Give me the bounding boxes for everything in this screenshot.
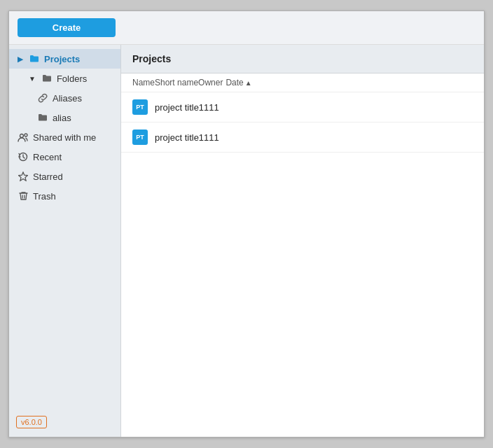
svg-marker-3 bbox=[19, 172, 28, 181]
link-icon bbox=[37, 92, 48, 104]
sidebar-item-trash[interactable]: Trash bbox=[9, 186, 120, 206]
project-icon: PT bbox=[132, 99, 148, 115]
sidebar-item-alias[interactable]: alias bbox=[9, 108, 120, 127]
sidebar-item-folders[interactable]: ▼ Folders bbox=[9, 69, 120, 88]
sidebar-item-label: Folders bbox=[57, 74, 87, 84]
sidebar-item-recent[interactable]: Recent bbox=[9, 147, 120, 167]
table-row[interactable]: PT project title1111 bbox=[121, 122, 484, 153]
sidebar-item-label: Recent bbox=[33, 152, 62, 162]
content-area: Projects Name Short name Owner Date ▲ PT… bbox=[121, 45, 484, 437]
project-title: project title1111 bbox=[155, 132, 219, 143]
recent-icon bbox=[18, 151, 29, 162]
main-layout: ▶ Projects ▼ Folders bbox=[9, 45, 484, 437]
project-title: project title1111 bbox=[155, 102, 219, 113]
col-owner: Owner bbox=[198, 78, 223, 88]
app-container: Create ▶ Projects ▼ bbox=[8, 10, 485, 438]
folder-icon bbox=[29, 53, 40, 64]
svg-point-0 bbox=[20, 134, 24, 138]
project-icon: PT bbox=[132, 130, 148, 145]
table-row[interactable]: PT project title1111 bbox=[121, 92, 484, 122]
table-header: Name Short name Owner Date ▲ bbox=[121, 74, 484, 92]
sort-arrow-icon: ▲ bbox=[245, 79, 252, 87]
chevron-down-icon: ▼ bbox=[29, 75, 36, 83]
sidebar: ▶ Projects ▼ Folders bbox=[9, 45, 121, 437]
trash-icon bbox=[18, 190, 29, 202]
col-short-name: Short name bbox=[155, 78, 198, 88]
create-button[interactable]: Create bbox=[18, 18, 116, 37]
sidebar-item-aliases[interactable]: Aliases bbox=[9, 88, 120, 108]
col-name: Name bbox=[132, 78, 155, 88]
col-date: Date bbox=[225, 78, 243, 88]
top-bar: Create bbox=[9, 11, 484, 45]
sidebar-item-label: Shared with me bbox=[33, 132, 96, 143]
chevron-right-icon: ▶ bbox=[18, 55, 23, 63]
shared-icon bbox=[18, 132, 29, 143]
sidebar-item-label: Starred bbox=[33, 172, 63, 182]
sidebar-item-starred[interactable]: Starred bbox=[9, 167, 120, 186]
version-badge: v6.0.0 bbox=[16, 416, 47, 428]
sidebar-item-label: Projects bbox=[44, 54, 80, 64]
sidebar-item-label: Trash bbox=[33, 191, 56, 202]
content-header: Projects bbox=[121, 45, 484, 74]
sidebar-item-projects[interactable]: ▶ Projects bbox=[9, 49, 120, 69]
star-icon bbox=[18, 171, 29, 182]
sidebar-item-label: Aliases bbox=[53, 93, 82, 104]
folder-icon bbox=[41, 73, 53, 84]
svg-point-1 bbox=[25, 134, 27, 136]
sidebar-item-shared[interactable]: Shared with me bbox=[9, 127, 120, 147]
sidebar-item-label: alias bbox=[53, 113, 71, 123]
folder-small-icon bbox=[37, 112, 48, 123]
